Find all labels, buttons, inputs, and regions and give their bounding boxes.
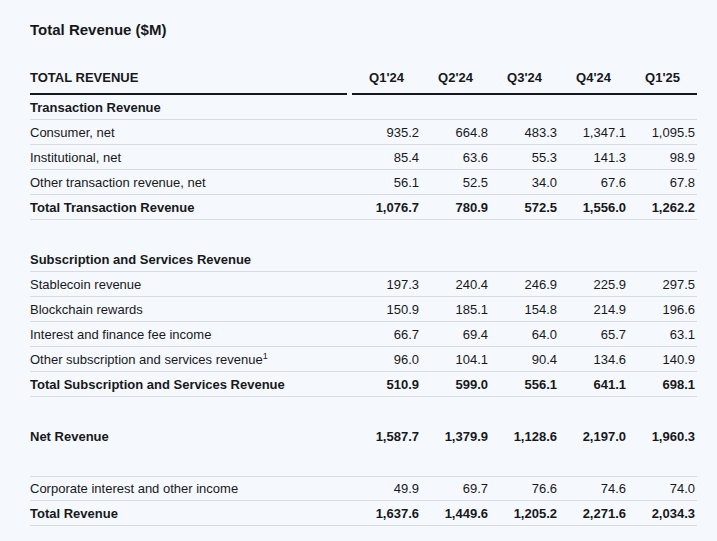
cell-value: 2,197.0 [559,429,628,444]
cell-value: 1,095.5 [628,125,697,140]
data-row: Other subscription and services revenue1… [30,347,697,372]
cell-value: 197.3 [352,277,421,292]
section-spacer [30,449,697,476]
cell-value: 196.6 [628,302,697,317]
cell-value: 1,637.6 [352,506,421,521]
footnote-marker: 1 [263,350,268,360]
cell-value: 240.4 [421,277,490,292]
cell-value: 1,449.6 [421,506,490,521]
cell-value: 74.6 [559,481,628,496]
cell-value: 74.0 [628,481,697,496]
cell-value: 63.1 [628,327,697,342]
row-values: 1,587.71,379.91,128.62,197.01,960.3 [352,429,697,444]
data-row: Stablecoin revenue197.3240.4246.9225.929… [30,272,697,297]
cell-value: 780.9 [421,200,490,215]
cell-value: 98.9 [628,150,697,165]
cell-value: 65.7 [559,327,628,342]
column-header: Q4'24 [559,70,628,85]
cell-value: 52.5 [421,175,490,190]
total-row: Total Revenue1,637.61,449.61,205.22,271.… [30,501,697,526]
row-label: Other transaction revenue, net [30,175,352,190]
total-row: Total Transaction Revenue1,076.7780.9572… [30,195,697,220]
cell-value: 1,347.1 [559,125,628,140]
cell-value: 1,205.2 [490,506,559,521]
data-row: Other transaction revenue, net56.152.534… [30,170,697,195]
total-row: Net Revenue1,587.71,379.91,128.62,197.01… [30,424,697,449]
row-label: Institutional, net [30,150,352,165]
row-label: Total Subscription and Services Revenue [30,377,352,392]
cell-value: 246.9 [490,277,559,292]
total-row: Total Subscription and Services Revenue5… [30,372,697,397]
row-values: 197.3240.4246.9225.9297.5 [352,277,697,292]
row-values: 56.152.534.067.667.8 [352,175,697,190]
cell-value: 698.1 [628,377,697,392]
cell-value: 64.0 [490,327,559,342]
row-label: Total Revenue [30,506,352,521]
row-label: Corporate interest and other income [30,481,352,496]
data-row: Consumer, net935.2664.8483.31,347.11,095… [30,120,697,145]
cell-value: 185.1 [421,302,490,317]
row-values: 935.2664.8483.31,347.11,095.5 [352,125,697,140]
cell-value: 34.0 [490,175,559,190]
cell-value: 150.9 [352,302,421,317]
cell-value: 664.8 [421,125,490,140]
cell-value: 104.1 [421,352,490,367]
cell-value: 2,271.6 [559,506,628,521]
table-header-columns: Q1'24Q2'24Q3'24Q4'24Q1'25 [352,70,697,95]
row-values: 96.0104.190.4134.6140.9 [352,352,697,367]
row-label: Blockchain rewards [30,302,352,317]
cell-value: 1,960.3 [628,429,697,444]
cell-value: 935.2 [352,125,421,140]
section-row: Subscription and Services Revenue [30,247,697,272]
cell-value: 510.9 [352,377,421,392]
cell-value: 1,262.2 [628,200,697,215]
cell-value: 483.3 [490,125,559,140]
data-row: Institutional, net85.463.655.3141.398.9 [30,145,697,170]
row-label: Other subscription and services revenue1 [30,352,352,367]
row-values: 510.9599.0556.1641.1698.1 [352,377,697,392]
table-header-row: TOTAL REVENUE Q1'24Q2'24Q3'24Q4'24Q1'25 [30,62,697,95]
cell-value: 599.0 [421,377,490,392]
cell-value: 85.4 [352,150,421,165]
section-row: Transaction Revenue [30,95,697,120]
cell-value: 1,076.7 [352,200,421,215]
row-values: 150.9185.1154.8214.9196.6 [352,302,697,317]
cell-value: 141.3 [559,150,628,165]
cell-value: 66.7 [352,327,421,342]
cell-value: 572.5 [490,200,559,215]
cell-value: 134.6 [559,352,628,367]
data-row: Blockchain rewards150.9185.1154.8214.919… [30,297,697,322]
row-label: Stablecoin revenue [30,277,352,292]
cell-value: 69.7 [421,481,490,496]
column-header: Q1'24 [352,70,421,85]
cell-value: 56.1 [352,175,421,190]
cell-value: 67.6 [559,175,628,190]
row-label: Net Revenue [30,429,352,444]
cell-value: 90.4 [490,352,559,367]
row-label: Interest and finance fee income [30,327,352,342]
cell-value: 96.0 [352,352,421,367]
cell-value: 67.8 [628,175,697,190]
cell-value: 556.1 [490,377,559,392]
cell-value: 140.9 [628,352,697,367]
row-label: Subscription and Services Revenue [30,252,352,267]
table-body: Transaction RevenueConsumer, net935.2664… [30,95,697,526]
row-values: 1,637.61,449.61,205.22,271.62,034.3 [352,506,697,521]
row-values: 1,076.7780.9572.51,556.01,262.2 [352,200,697,215]
column-header: Q1'25 [628,70,697,85]
cell-value: 225.9 [559,277,628,292]
column-header: Q2'24 [421,70,490,85]
cell-value: 69.4 [421,327,490,342]
section-spacer [30,397,697,424]
data-row: Interest and finance fee income66.769.46… [30,322,697,347]
cell-value: 1,128.6 [490,429,559,444]
row-label: Transaction Revenue [30,100,352,115]
row-values: 66.769.464.065.763.1 [352,327,697,342]
page-title: Total Revenue ($M) [30,20,697,40]
cell-value: 63.6 [421,150,490,165]
cell-value: 55.3 [490,150,559,165]
cell-value: 1,379.9 [421,429,490,444]
row-values: 85.463.655.3141.398.9 [352,150,697,165]
column-header: Q3'24 [490,70,559,85]
cell-value: 49.9 [352,481,421,496]
